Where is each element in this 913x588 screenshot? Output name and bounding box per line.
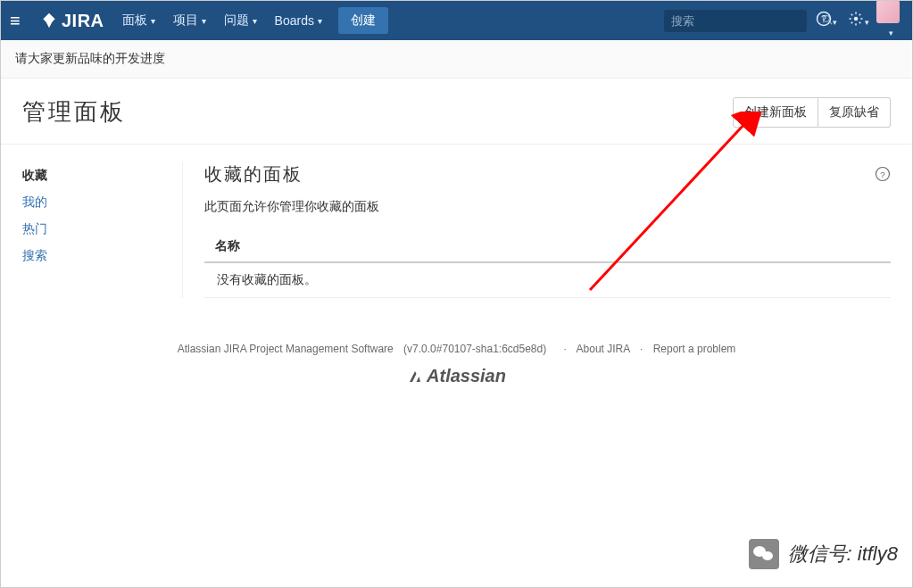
- caret-down-icon: ▾: [318, 16, 322, 26]
- footer-about-link[interactable]: About JIRA: [577, 343, 630, 355]
- atlassian-logo[interactable]: Atlassian: [407, 366, 506, 386]
- sidebar-item-favourite[interactable]: 收藏: [22, 162, 171, 189]
- sidebar-item-popular[interactable]: 热门: [22, 216, 171, 243]
- restore-defaults-button[interactable]: 复原缺省: [818, 97, 891, 128]
- content-area: 收藏 我的 热门 搜索 ? 收藏的面板 此页面允许你管理你收藏的面板 名称 没有…: [1, 145, 912, 316]
- caret-down-icon: ▾: [253, 16, 257, 26]
- panel-description: 此页面允许你管理你收藏的面板: [204, 199, 891, 215]
- svg-text:?: ?: [880, 170, 885, 179]
- announcement-banner: 请大家更新品味的开发进度: [1, 40, 912, 79]
- svg-text:?: ?: [821, 12, 826, 23]
- atlassian-logo-icon: [407, 369, 423, 385]
- main-panel: ? 收藏的面板 此页面允许你管理你收藏的面板 名称 没有收藏的面板。: [204, 162, 891, 298]
- nav-dashboards[interactable]: 面板▾: [113, 1, 164, 40]
- caret-down-icon: ▾: [151, 16, 155, 26]
- page-header: 管理面板 创建新面板 复原缺省: [1, 79, 912, 145]
- sidebar-item-my[interactable]: 我的: [22, 189, 171, 216]
- search-box[interactable]: [664, 10, 807, 32]
- panel-heading: 收藏的面板: [204, 162, 891, 186]
- menu-icon[interactable]: ≡: [10, 11, 37, 31]
- panel-help-icon[interactable]: ?: [875, 166, 891, 185]
- search-input[interactable]: [671, 14, 821, 28]
- footer-version: (v7.0.0#70107-sha1:6cd5e8d): [403, 343, 546, 355]
- nav-projects[interactable]: 项目▾: [164, 1, 215, 40]
- sidebar-nav: 收藏 我的 热门 搜索: [22, 162, 183, 298]
- create-dashboard-button[interactable]: 创建新面板: [733, 97, 818, 128]
- footer-software-link[interactable]: Atlassian JIRA Project Management Softwa…: [178, 343, 394, 355]
- help-icon: ?: [816, 11, 832, 27]
- user-menu[interactable]: ▾: [876, 0, 903, 42]
- create-button[interactable]: 创建: [338, 7, 388, 34]
- caret-down-icon: ▾: [833, 18, 837, 27]
- svg-point-4: [853, 16, 858, 21]
- header-actions: 创建新面板 复原缺省: [733, 97, 891, 128]
- jira-logo-icon: [40, 12, 58, 29]
- table-empty-row: 没有收藏的面板。: [204, 263, 891, 298]
- help-menu[interactable]: ?▾: [812, 11, 839, 31]
- jira-logo[interactable]: JIRA: [40, 11, 104, 31]
- watermark: 微信号: itfly8: [749, 539, 898, 569]
- table-header-name: 名称: [204, 231, 891, 263]
- caret-down-icon: ▾: [889, 29, 893, 37]
- footer-report-link[interactable]: Report a problem: [653, 343, 736, 355]
- gear-icon: [848, 11, 864, 27]
- nav-issues[interactable]: 问题▾: [215, 1, 266, 40]
- page-title: 管理面板: [22, 96, 126, 128]
- nav-boards[interactable]: Boards▾: [266, 1, 331, 40]
- caret-down-icon: ▾: [202, 16, 206, 26]
- footer: Atlassian JIRA Project Management Softwa…: [1, 343, 912, 387]
- caret-down-icon: ▾: [865, 18, 869, 27]
- user-avatar: [876, 0, 900, 23]
- sidebar-item-search[interactable]: 搜索: [22, 243, 171, 269]
- wechat-icon: [749, 539, 779, 569]
- top-navbar: ≡ JIRA 面板▾ 项目▾ 问题▾ Boards▾ 创建 ?▾ ▾ ▾: [1, 1, 912, 40]
- admin-menu[interactable]: ▾: [844, 11, 871, 31]
